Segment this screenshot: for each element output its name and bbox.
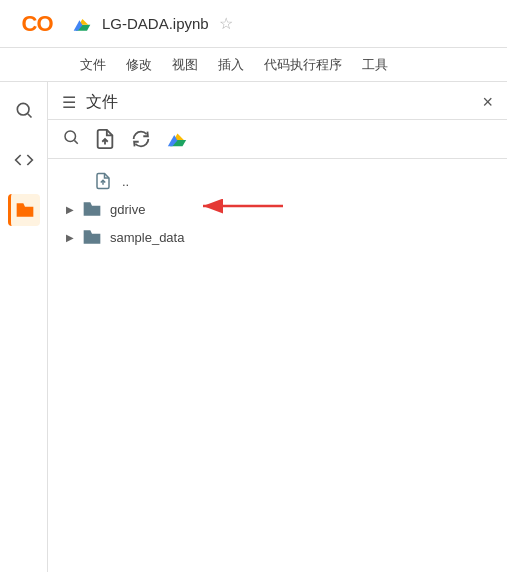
search-button[interactable] [62,128,80,150]
parent-dir-label: .. [122,174,129,189]
main-content: ☰ 文件 × [0,82,507,572]
svg-point-2 [65,131,76,142]
file-toolbar [48,120,507,159]
notebook-filename[interactable]: LG-DADA.ipynb [102,15,209,32]
sample-data-folder-label: sample_data [110,230,184,245]
folder-icon [82,199,102,219]
menu-file[interactable]: 文件 [80,56,106,74]
star-icon[interactable]: ☆ [219,14,233,33]
svg-line-3 [74,140,77,143]
panel-title: 文件 [86,92,118,113]
gdrive-folder-label: gdrive [110,202,145,217]
svg-point-0 [17,103,29,115]
file-panel: ☰ 文件 × [48,82,507,572]
chevron-right-icon[interactable]: ▶ [62,229,78,245]
menu-tools[interactable]: 工具 [362,56,388,74]
file-tree: .. ▶ gdrive [48,159,507,572]
menu-bar: 文件 修改 视图 插入 代码执行程序 工具 [0,48,507,82]
drive-connect-button[interactable] [166,128,188,150]
sidebar-files-button[interactable] [8,194,40,226]
top-bar: CO LG-DADA.ipynb ☆ [0,0,507,48]
sidebar-search-button[interactable] [8,94,40,126]
list-item[interactable]: ▶ sample_data [48,223,507,251]
left-sidebar [0,82,48,572]
hamburger-icon[interactable]: ☰ [62,93,76,112]
list-item[interactable]: .. [48,167,507,195]
sidebar-code-button[interactable] [8,144,40,176]
panel-header: ☰ 文件 × [48,82,507,120]
menu-insert[interactable]: 插入 [218,56,244,74]
close-button[interactable]: × [482,92,493,113]
menu-view[interactable]: 视图 [172,56,198,74]
folder-icon [82,227,102,247]
panel-header-left: ☰ 文件 [62,92,118,113]
menu-edit[interactable]: 修改 [126,56,152,74]
svg-line-1 [27,114,31,118]
upload-file-button[interactable] [94,128,116,150]
menu-runtime[interactable]: 代码执行程序 [264,56,342,74]
refresh-button[interactable] [130,128,152,150]
chevron-right-icon[interactable]: ▶ [62,201,78,217]
upload-icon [94,171,114,191]
colab-logo: CO [12,5,62,43]
list-item[interactable]: ▶ gdrive [48,195,507,223]
drive-icon [72,14,92,34]
arrow-annotation [188,193,288,219]
